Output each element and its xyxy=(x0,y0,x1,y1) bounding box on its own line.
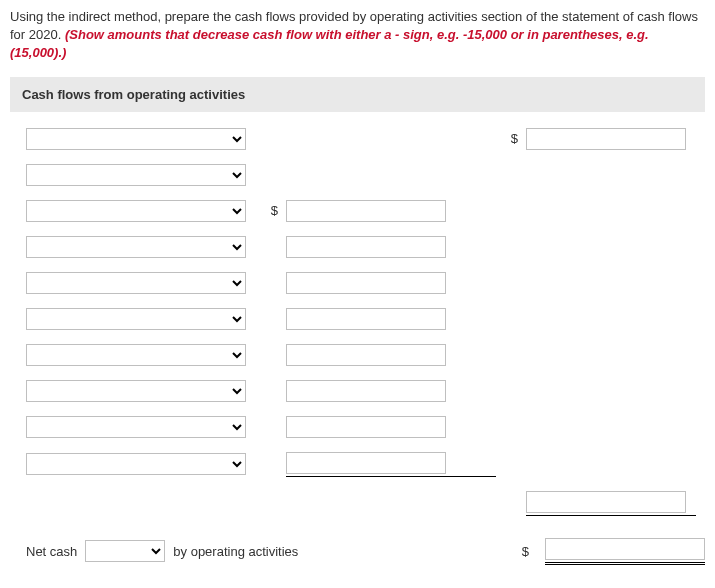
dollar-sign-right-0: $ xyxy=(496,131,526,146)
section-header: Cash flows from operating activities xyxy=(10,77,705,112)
amount-right-0[interactable] xyxy=(526,128,686,150)
line-select-9[interactable] xyxy=(26,453,246,475)
netcash-select[interactable] xyxy=(85,540,165,562)
instructions-part2: (Show amounts that decrease cash flow wi… xyxy=(10,27,649,60)
instructions-text: Using the indirect method, prepare the c… xyxy=(10,8,705,63)
netcash-prefix: Net cash xyxy=(26,544,77,559)
line-select-8[interactable] xyxy=(26,416,246,438)
line-select-3[interactable] xyxy=(26,236,246,258)
dollar-sign-netcash: $ xyxy=(507,544,537,559)
line-select-2[interactable] xyxy=(26,200,246,222)
amount-mid-2[interactable] xyxy=(286,200,446,222)
amount-mid-4[interactable] xyxy=(286,272,446,294)
netcash-suffix: by operating activities xyxy=(173,544,298,559)
amount-mid-7[interactable] xyxy=(286,380,446,402)
line-select-1[interactable] xyxy=(26,164,246,186)
net-cash-row: Net cash by operating activities $ xyxy=(10,538,705,565)
amount-mid-5[interactable] xyxy=(286,308,446,330)
amount-mid-6[interactable] xyxy=(286,344,446,366)
line-select-5[interactable] xyxy=(26,308,246,330)
amount-subtotal-right[interactable] xyxy=(526,491,686,513)
line-select-6[interactable] xyxy=(26,344,246,366)
dollar-sign-mid-2: $ xyxy=(256,203,286,218)
line-select-7[interactable] xyxy=(26,380,246,402)
line-select-4[interactable] xyxy=(26,272,246,294)
amount-mid-9[interactable] xyxy=(286,452,446,474)
amount-netcash[interactable] xyxy=(545,538,705,560)
line-select-0[interactable] xyxy=(26,128,246,150)
amount-mid-8[interactable] xyxy=(286,416,446,438)
operating-activities-grid: $ $ xyxy=(10,128,705,516)
amount-mid-3[interactable] xyxy=(286,236,446,258)
